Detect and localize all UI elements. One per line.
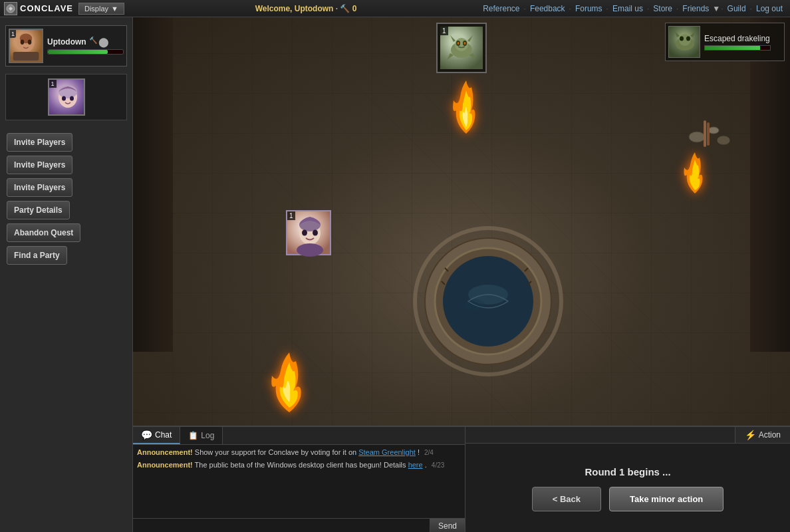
bottom-area: 💬 Chat 📋 Log Announcement! Show your sup… (133, 426, 790, 532)
dragon-inner: 1 (440, 27, 483, 69)
display-button[interactable]: Display ▼ (78, 3, 124, 15)
health-bar-fill (48, 50, 108, 54)
svg-point-31 (689, 132, 705, 142)
svg-point-24 (297, 243, 323, 257)
chat-send-button[interactable]: Send (430, 519, 465, 532)
svg-point-3 (21, 40, 25, 45)
action-buttons: < Back Take minor action (532, 487, 724, 511)
nav-guild[interactable]: Guild (724, 4, 749, 13)
player-card: 1 Uptodown 🔨 (5, 25, 127, 66)
svg-point-15 (463, 42, 465, 45)
party-slot-1: 1 (5, 74, 127, 120)
find-party-btn[interactable]: Find a Party (7, 246, 67, 265)
announcement-label-1: Announcement! (137, 448, 193, 456)
nav-logout[interactable]: Log out (753, 4, 786, 13)
enemy-health-bg (704, 45, 771, 51)
svg-point-33 (717, 136, 730, 145)
action-tab-bar: ⚡ Action (465, 427, 790, 444)
back-button[interactable]: < Back (532, 487, 601, 511)
party-details-btn[interactable]: Party Details (7, 201, 70, 219)
details-here-link[interactable]: here (408, 461, 423, 469)
svg-point-14 (457, 42, 459, 45)
char-token-level: 1 (287, 211, 295, 220)
well (422, 235, 555, 368)
action-tab[interactable]: ⚡ Action (735, 427, 790, 443)
enemy-card: Escaped drakeling (665, 23, 785, 61)
chat-messages: Announcement! Show your support for Conc… (133, 445, 465, 518)
wall-left (133, 17, 173, 352)
debris-area (684, 117, 737, 160)
svg-point-23 (313, 230, 318, 236)
main-layout: 1 Uptodown 🔨 (0, 17, 790, 532)
flame-3 (266, 349, 313, 416)
chat-input[interactable] (133, 519, 430, 532)
nav-links: Reference · Feedback · Forums · Email us… (479, 4, 786, 13)
logo-area: CONCLAVE (4, 2, 73, 15)
svg-point-18 (680, 37, 684, 41)
player-avatar: 1 (9, 29, 43, 63)
invite-players-btn-1[interactable]: Invite Players (7, 133, 72, 152)
chat-message-1: Announcement! Show your support for Conc… (137, 448, 461, 458)
top-navigation: CONCLAVE Display ▼ Welcome, Uptodown · 🔨… (0, 0, 790, 17)
svg-point-4 (28, 40, 32, 45)
chat-input-row: Send (133, 518, 465, 532)
chat-tabs: 💬 Chat 📋 Log (133, 427, 465, 445)
enemy-avatar (668, 26, 700, 58)
invite-players-btn-3[interactable]: Invite Players (7, 178, 72, 197)
enemy-avatar-img (669, 27, 700, 57)
svg-rect-5 (13, 52, 39, 61)
steam-greenlight-link[interactable]: Steam Greenlight (358, 448, 416, 456)
action-content: Round 1 begins ... < Back Take minor act… (465, 444, 790, 532)
round-text: Round 1 begins ... (585, 466, 670, 477)
logo-text: CONCLAVE (20, 3, 73, 13)
sidebar-section-buttons: Invite Players Invite Players Invite Pla… (0, 131, 132, 267)
nav-forums[interactable]: Forums (572, 4, 606, 13)
chat-panel: 💬 Chat 📋 Log Announcement! Show your sup… (133, 427, 465, 532)
svg-point-32 (708, 127, 719, 134)
chat-message-2: Announcement! The public beta of the Win… (137, 460, 461, 470)
take-minor-action-button[interactable]: Take minor action (609, 487, 724, 511)
health-bar-bg (47, 49, 124, 55)
dragon-card: 1 (436, 23, 487, 73)
action-panel: ⚡ Action Round 1 begins ... < Back Take … (465, 427, 790, 532)
announcement-label-2: Announcement! (137, 461, 193, 469)
nav-store[interactable]: Store (650, 4, 676, 13)
nav-friends[interactable]: Friends (679, 4, 712, 13)
player-level-badge: 1 (10, 30, 16, 38)
nav-email[interactable]: Email us (609, 4, 646, 13)
player-icons: 🔨 ⬤ (89, 37, 109, 47)
timestamp-2: 4/23 (432, 462, 444, 469)
welcome-text: Welcome, Uptodown · 🔨 0 (132, 4, 479, 13)
svg-point-19 (686, 37, 690, 41)
timestamp-1: 2/4 (424, 449, 434, 456)
char-token: 1 (286, 210, 331, 255)
enemy-health-fill (705, 46, 760, 50)
svg-rect-34 (704, 120, 706, 147)
svg-point-9 (70, 96, 74, 101)
flame-1 (448, 77, 485, 137)
player-name: Uptodown (47, 37, 86, 47)
svg-point-22 (302, 230, 307, 236)
invite-players-btn-2[interactable]: Invite Players (7, 156, 72, 174)
nav-feedback[interactable]: Feedback (527, 4, 569, 13)
chat-tab-log[interactable]: 📋 Log (180, 427, 223, 444)
game-area: 1 (133, 17, 790, 532)
enemy-info: Escaped drakeling (704, 34, 771, 51)
abandon-quest-btn[interactable]: Abandon Quest (7, 223, 80, 242)
sidebar: 1 Uptodown 🔨 (0, 17, 133, 532)
nav-reference[interactable]: Reference (479, 4, 523, 13)
slot-level: 1 (49, 80, 57, 88)
logo-icon (4, 2, 17, 15)
chat-tab-chat[interactable]: 💬 Chat (133, 427, 180, 444)
svg-rect-35 (707, 122, 710, 146)
dragon-level: 1 (440, 27, 448, 35)
enemy-name: Escaped drakeling (704, 34, 771, 43)
party-slot-content: 1 (6, 74, 126, 120)
party-slot-avatar: 1 (48, 78, 85, 116)
wall-right (750, 17, 790, 352)
svg-point-8 (62, 96, 66, 101)
player-info: Uptodown 🔨 ⬤ (47, 37, 124, 56)
